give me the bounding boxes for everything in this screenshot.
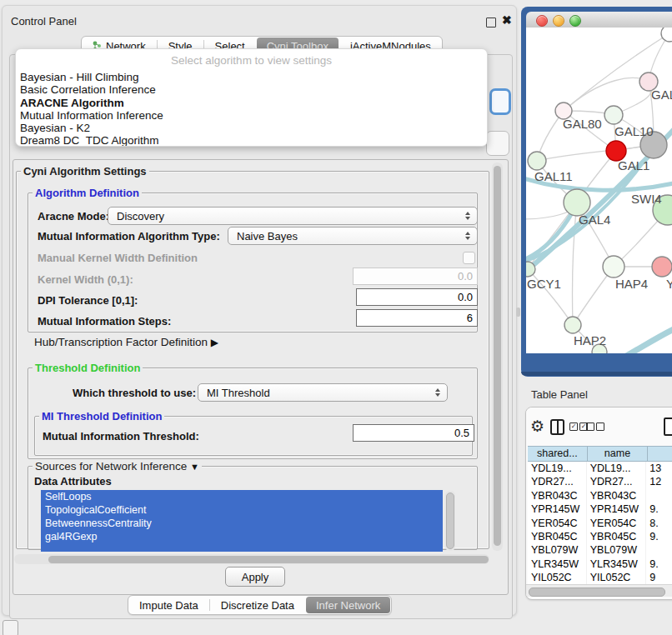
attributes-list-scrollbar[interactable] xyxy=(445,491,455,551)
select-all-checks-icon[interactable]: ✓✓ xyxy=(569,422,588,431)
mi-threshold-field[interactable] xyxy=(353,424,474,442)
network-canvas[interactable]: GALGAL80GAL10GAL1GAL11SWI4GAL4GCY1HAP4YH… xyxy=(526,28,672,353)
network-edge-highlighted xyxy=(622,328,672,353)
dropdown-item-bayesian-hill-climbing[interactable]: Bayesian - Hill Climbing xyxy=(16,71,487,83)
data-attributes-list[interactable]: SelfLoopsTopologicalCoefficientBetweenne… xyxy=(41,490,443,552)
table-row[interactable]: YPR145WYPR145W9. xyxy=(528,502,672,516)
dropdown-item-mutual-information-inference[interactable]: Mutual Information Inference xyxy=(16,109,487,122)
hidden-combo-fragment xyxy=(486,131,509,156)
deselect-all-boxes-icon[interactable] xyxy=(586,422,604,431)
table-cell: YBR043C xyxy=(528,489,587,502)
dropdown-prompt: Select algorithm to view settings xyxy=(16,49,487,71)
node-label-y: Y xyxy=(666,277,672,291)
dpi-tolerance-field[interactable] xyxy=(356,288,478,306)
bottom-left-mini-icon[interactable] xyxy=(3,620,18,635)
stepper-arrows-icon xyxy=(461,232,477,240)
node-label-hap4: HAP4 xyxy=(615,277,648,291)
table-cell xyxy=(646,489,672,502)
vertical-scrollbar-thumb[interactable] xyxy=(494,166,501,546)
dpi-tolerance-label: DPI Tolerance [0,1]: xyxy=(38,294,138,307)
manual-kernel-width-checkbox[interactable] xyxy=(463,252,475,264)
node-label-hap2: HAP2 xyxy=(574,333,606,348)
kernel-width-field[interactable] xyxy=(353,268,478,285)
horizontal-scrollbar-thumb[interactable] xyxy=(48,556,489,563)
table-horizontal-scrollbar[interactable] xyxy=(526,584,672,597)
attribute-item-betweennesscentrality[interactable]: BetweennessCentrality xyxy=(41,517,443,530)
threshold-definition-title: Threshold Definition xyxy=(33,362,143,374)
float-window-icon[interactable] xyxy=(486,18,496,28)
sources-toggle[interactable]: Sources for Network Inference ▼ xyxy=(33,460,202,472)
apply-button[interactable]: Apply xyxy=(225,567,285,587)
minimize-traffic-light-icon[interactable] xyxy=(553,15,564,27)
attributes-list-scrollbar-thumb[interactable] xyxy=(446,492,454,549)
control-panel-title: Control Panel xyxy=(11,15,77,28)
table-horizontal-scrollbar-thumb[interactable] xyxy=(529,588,665,597)
node-label-gal80: GAL80 xyxy=(563,117,602,131)
network-node-hap4[interactable] xyxy=(603,256,624,278)
attribute-item-gal4rgexp[interactable]: gal4RGexp xyxy=(41,530,443,543)
network-node-gcy1[interactable] xyxy=(526,262,535,277)
table-cell xyxy=(646,543,672,557)
stepper-arrows-icon xyxy=(461,212,477,220)
dropdown-item-bayesian-k2[interactable]: Bayesian - K2 xyxy=(16,122,487,134)
network-window-bottom-edge xyxy=(521,372,672,376)
algorithm-dropdown-popup: Select algorithm to view settings Bayesi… xyxy=(15,48,488,147)
table-cell: YIL052C xyxy=(528,571,587,584)
dropdown-item-dream8-dc-tdc-algorithm[interactable]: Dream8 DC_TDC Algorithm xyxy=(16,134,487,147)
tab-impute-data[interactable]: Impute Data xyxy=(129,597,208,613)
tab-infer-network[interactable]: Infer Network xyxy=(306,597,390,613)
column-header-name[interactable]: name xyxy=(588,447,649,461)
attribute-item-topologicalcoefficient[interactable]: TopologicalCoefficient xyxy=(41,503,443,517)
network-node[interactable] xyxy=(661,28,672,42)
node-label-swi4: SWI4 xyxy=(631,192,662,206)
column-layout-icon[interactable] xyxy=(550,419,564,435)
network-window-titlebar[interactable] xyxy=(526,12,672,28)
data-attributes-label: Data Attributes xyxy=(34,475,112,488)
dropdown-item-basic-correlation-inference[interactable]: Basic Correlation Inference xyxy=(16,83,487,96)
column-header-partial[interactable] xyxy=(648,447,672,461)
panel-splitter-handle[interactable] xyxy=(516,308,520,317)
table-row[interactable]: YBR043CYBR043C xyxy=(528,489,672,502)
table-row[interactable]: YBR045CYBR045C9. xyxy=(528,530,672,543)
table-cell: 9. xyxy=(646,502,672,516)
network-edge xyxy=(573,202,577,325)
network-node-hap2[interactable] xyxy=(564,317,581,333)
zoom-traffic-light-icon[interactable] xyxy=(569,15,581,27)
table-cell: YDL19... xyxy=(587,462,647,475)
table-partial-icon[interactable] xyxy=(664,418,672,436)
table-cell: YBR045C xyxy=(528,530,587,543)
which-threshold-combo[interactable]: MI Threshold xyxy=(198,383,448,402)
mi-steps-label: Mutual Information Steps: xyxy=(38,315,171,328)
mi-steps-field[interactable] xyxy=(356,309,478,327)
table-cell: YER054C xyxy=(528,517,587,530)
table-cell: 8. xyxy=(646,517,672,530)
mi-algorithm-type-combo[interactable]: Naive Bayes xyxy=(228,227,478,245)
table-cell: YLR345W xyxy=(587,558,647,571)
table-row[interactable]: YER054CYER054C8. xyxy=(528,517,672,530)
table-row[interactable]: YIL052CYIL052C9 xyxy=(528,571,672,584)
table-row[interactable]: YDL19...YDL19...13 xyxy=(528,462,672,475)
column-header-shared[interactable]: shared... xyxy=(528,447,588,461)
apply-button-label: Apply xyxy=(242,571,269,583)
table-row[interactable]: YDR27...YDR27...12 xyxy=(528,475,672,488)
mi-threshold-title: MI Threshold Definition xyxy=(39,410,164,422)
table-cell: 12 xyxy=(646,475,672,488)
hidden-focused-combo-fragment xyxy=(489,88,511,115)
settings-gear-icon[interactable]: ⚙ xyxy=(530,417,544,435)
tab-discretize-data[interactable]: Discretize Data xyxy=(211,597,304,613)
hub-definition-toggle[interactable]: Hub/Transcription Factor Definition ▶ xyxy=(34,336,218,348)
table-cell: YBL079W xyxy=(528,543,587,557)
table-cell: YBR043C xyxy=(587,489,647,502)
aracne-mode-combo[interactable]: Discovery xyxy=(108,207,478,225)
attribute-item-selfloops[interactable]: SelfLoops xyxy=(41,490,443,503)
network-node-y[interactable] xyxy=(652,257,672,277)
table-row[interactable]: YBL079WYBL079W xyxy=(528,543,672,557)
table-row[interactable]: YLR345WYLR345W9. xyxy=(528,558,672,571)
aracne-mode-label: Aracne Mode: xyxy=(38,210,109,222)
network-node-gal10[interactable] xyxy=(604,106,623,124)
close-traffic-light-icon[interactable] xyxy=(536,15,548,27)
network-node-gal11[interactable] xyxy=(528,152,546,170)
dropdown-item-aracne-algorithm[interactable]: ARACNE Algorithm xyxy=(16,97,487,109)
expand-right-icon: ▶ xyxy=(211,337,218,348)
close-icon[interactable]: ✖ xyxy=(502,13,512,27)
